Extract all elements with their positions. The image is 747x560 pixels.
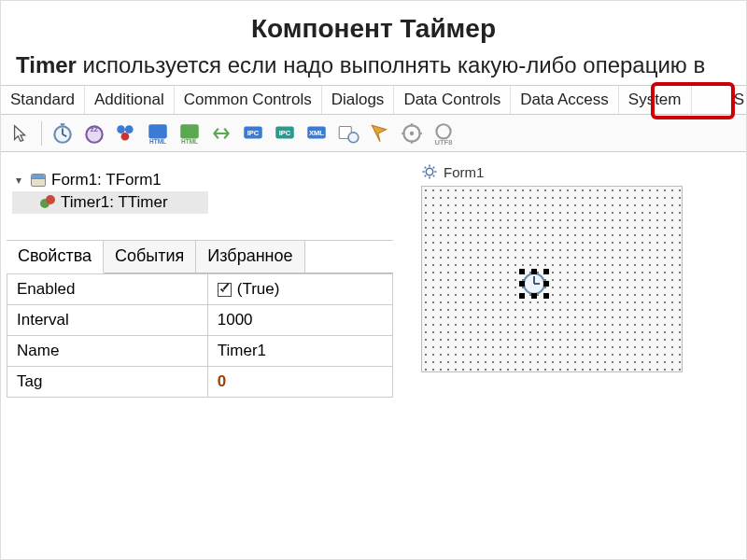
tab-events[interactable]: События [104, 241, 196, 273]
overflow-glyph: S [734, 91, 744, 109]
selection-handle[interactable] [543, 293, 549, 299]
application-props-icon[interactable] [207, 119, 235, 147]
tab-properties[interactable]: Свойства [7, 241, 104, 273]
tab-favorites[interactable]: Избранное [196, 241, 304, 273]
slide-description: Timer используется если надо выполнять к… [16, 51, 731, 79]
tab-standard[interactable]: Standard [1, 86, 85, 114]
selection-handle[interactable] [519, 281, 525, 287]
utf8-icon[interactable]: UTF8 [430, 119, 458, 147]
tab-data-controls[interactable]: Data Controls [394, 86, 511, 114]
html-help-icon[interactable]: HTML [176, 119, 204, 147]
image-list-icon[interactable] [112, 119, 140, 147]
date-timer-icon[interactable] [334, 119, 362, 147]
checkbox-icon[interactable] [218, 283, 232, 297]
property-grid: Enabled (True) Interval 1000 Name Timer1… [7, 273, 393, 398]
component-palette-tabs: Standard Additional Common Controls Dial… [1, 85, 746, 115]
prop-row-enabled[interactable]: Enabled (True) [7, 274, 393, 305]
tree-child-label: Timer1: TTimer [61, 193, 168, 212]
svg-text:IPC: IPC [247, 129, 260, 137]
idle-timer-icon[interactable]: zZ [80, 119, 108, 147]
tab-dialogs[interactable]: Dialogs [322, 86, 395, 114]
gear-icon [421, 163, 438, 180]
prop-value[interactable]: 1000 [207, 305, 392, 336]
selection-handle[interactable] [531, 269, 537, 274]
form-designer: Form1 [421, 163, 701, 372]
xml-props-icon[interactable]: XML [303, 119, 331, 147]
svg-point-6 [121, 132, 130, 140]
tree-child-timer[interactable]: Timer1: TTimer [12, 191, 208, 214]
svg-text:zZ: zZ [91, 124, 99, 133]
selection-handle[interactable] [543, 269, 549, 274]
prop-row-tag[interactable]: Tag 0 [7, 367, 393, 398]
tab-additional[interactable]: Additional [85, 86, 175, 114]
svg-text:IPC: IPC [279, 129, 291, 137]
selection-handle[interactable] [519, 269, 525, 274]
svg-rect-7 [148, 124, 167, 138]
selection-handle[interactable] [543, 281, 549, 287]
timer-icon[interactable] [49, 119, 77, 147]
clock-icon [523, 273, 545, 295]
prop-name: Name [7, 336, 208, 367]
tree-root-form[interactable]: ▾ Form1: TForm1 [12, 169, 388, 191]
svg-point-18 [348, 132, 359, 142]
slide-title: Компонент Таймер [1, 14, 746, 44]
svg-text:HTML: HTML [149, 137, 166, 144]
svg-rect-1 [61, 123, 64, 125]
tab-common-controls[interactable]: Common Controls [175, 86, 322, 114]
prop-name: Enabled [7, 274, 208, 305]
pointer-icon[interactable] [7, 119, 35, 147]
object-tree: ▾ Form1: TForm1 Timer1: TTimer [7, 163, 393, 217]
toolbar-separator [41, 121, 42, 146]
ipc-client-icon[interactable]: IPC [271, 119, 299, 147]
svg-text:UTF8: UTF8 [435, 137, 453, 145]
form-icon [31, 174, 46, 187]
prop-value[interactable]: (True) [207, 274, 392, 305]
svg-text:XML: XML [309, 129, 324, 137]
svg-point-21 [436, 124, 450, 138]
prop-name: Interval [7, 305, 208, 336]
chm-help-icon[interactable] [366, 119, 394, 147]
prop-name: Tag [7, 367, 208, 398]
prop-row-name[interactable]: Name Timer1 [7, 336, 393, 367]
designer-label: Form1 [444, 164, 484, 180]
object-inspector: Свойства События Избранное Enabled (True… [7, 240, 393, 398]
component-icon [40, 195, 55, 210]
html-icon[interactable]: HTML [144, 119, 172, 147]
svg-point-20 [410, 131, 414, 134]
tree-root-label: Form1: TForm1 [51, 171, 162, 189]
svg-text:HTML: HTML [181, 137, 198, 144]
timer-component[interactable] [523, 273, 545, 295]
design-canvas[interactable] [421, 186, 683, 372]
lazintf-icon[interactable] [398, 119, 426, 147]
tab-data-access[interactable]: Data Access [511, 86, 619, 114]
tab-system[interactable]: System [619, 86, 692, 114]
tree-collapse-icon[interactable]: ▾ [12, 174, 25, 187]
prop-value[interactable]: Timer1 [207, 336, 392, 367]
selection-handle[interactable] [519, 293, 525, 299]
svg-point-5 [125, 125, 134, 133]
svg-point-4 [117, 125, 125, 133]
ipc-server-icon[interactable]: IPC [239, 119, 267, 147]
component-toolbar: zZ HTML HTML IPC IPC XML UTF8 [1, 115, 746, 152]
svg-point-23 [426, 168, 433, 175]
prop-row-interval[interactable]: Interval 1000 [7, 305, 393, 336]
selection-handle[interactable] [531, 293, 537, 299]
svg-rect-9 [180, 124, 199, 138]
prop-value[interactable]: 0 [207, 367, 392, 398]
